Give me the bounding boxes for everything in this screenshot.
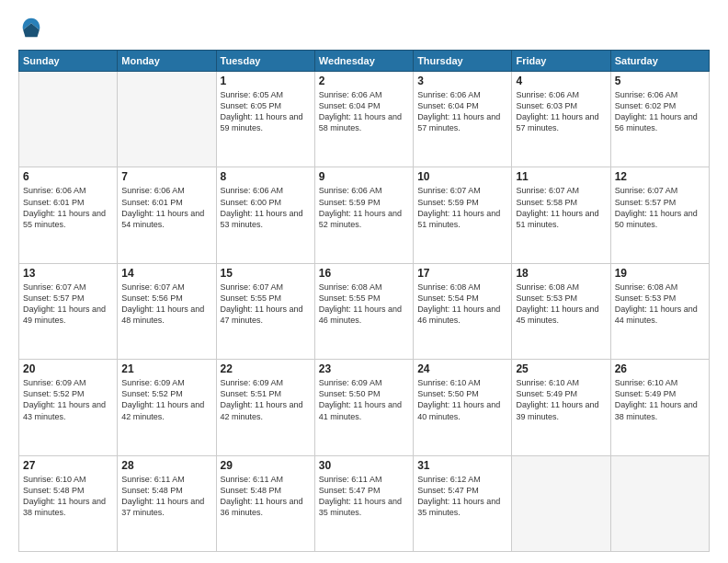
- day-number: 30: [319, 459, 409, 472]
- calendar-week-row: 27Sunrise: 6:10 AM Sunset: 5:48 PM Dayli…: [19, 455, 710, 551]
- calendar-cell: [610, 455, 709, 551]
- logo-icon: [18, 15, 44, 40]
- calendar-cell: 5Sunrise: 6:06 AM Sunset: 6:02 PM Daylig…: [610, 72, 709, 167]
- day-number: 15: [221, 267, 311, 280]
- cell-info: Sunrise: 6:07 AM Sunset: 5:58 PM Dayligh…: [516, 185, 606, 230]
- cell-info: Sunrise: 6:06 AM Sunset: 6:02 PM Dayligh…: [615, 89, 705, 134]
- calendar-cell: [19, 72, 118, 167]
- day-number: 10: [417, 170, 507, 183]
- calendar-body: 1Sunrise: 6:05 AM Sunset: 6:05 PM Daylig…: [19, 72, 710, 552]
- calendar-cell: 18Sunrise: 6:08 AM Sunset: 5:53 PM Dayli…: [512, 263, 610, 359]
- calendar-cell: 26Sunrise: 6:10 AM Sunset: 5:49 PM Dayli…: [610, 360, 709, 455]
- calendar-cell: [512, 455, 610, 551]
- calendar-cell: 15Sunrise: 6:07 AM Sunset: 5:55 PM Dayli…: [216, 263, 314, 359]
- calendar-cell: 17Sunrise: 6:08 AM Sunset: 5:54 PM Dayli…: [414, 263, 512, 359]
- cell-info: Sunrise: 6:09 AM Sunset: 5:52 PM Dayligh…: [121, 377, 211, 422]
- calendar-cell: 23Sunrise: 6:09 AM Sunset: 5:50 PM Dayli…: [314, 360, 413, 455]
- cell-info: Sunrise: 6:10 AM Sunset: 5:48 PM Dayligh…: [23, 474, 113, 519]
- calendar-cell: 6Sunrise: 6:06 AM Sunset: 6:01 PM Daylig…: [19, 167, 118, 263]
- calendar-week-row: 1Sunrise: 6:05 AM Sunset: 6:05 PM Daylig…: [19, 72, 710, 167]
- cell-info: Sunrise: 6:08 AM Sunset: 5:54 PM Dayligh…: [417, 282, 507, 327]
- cell-info: Sunrise: 6:06 AM Sunset: 5:59 PM Dayligh…: [319, 185, 409, 230]
- cell-info: Sunrise: 6:09 AM Sunset: 5:51 PM Dayligh…: [221, 377, 311, 422]
- day-number: 4: [516, 75, 606, 87]
- calendar-cell: 22Sunrise: 6:09 AM Sunset: 5:51 PM Dayli…: [216, 360, 314, 455]
- day-number: 20: [23, 362, 113, 375]
- cell-info: Sunrise: 6:07 AM Sunset: 5:59 PM Dayligh…: [417, 185, 507, 230]
- cell-info: Sunrise: 6:12 AM Sunset: 5:47 PM Dayligh…: [417, 474, 507, 519]
- page: SundayMondayTuesdayWednesdayThursdayFrid…: [0, 0, 728, 563]
- day-number: 3: [417, 75, 507, 87]
- calendar-cell: 8Sunrise: 6:06 AM Sunset: 6:00 PM Daylig…: [216, 167, 314, 263]
- cell-info: Sunrise: 6:09 AM Sunset: 5:52 PM Dayligh…: [23, 377, 113, 422]
- weekday-header-cell: Monday: [118, 51, 216, 72]
- calendar-week-row: 13Sunrise: 6:07 AM Sunset: 5:57 PM Dayli…: [19, 263, 710, 359]
- calendar-cell: 13Sunrise: 6:07 AM Sunset: 5:57 PM Dayli…: [19, 263, 118, 359]
- cell-info: Sunrise: 6:08 AM Sunset: 5:53 PM Dayligh…: [615, 282, 705, 327]
- cell-info: Sunrise: 6:07 AM Sunset: 5:55 PM Dayligh…: [221, 282, 311, 327]
- day-number: 13: [23, 267, 113, 280]
- calendar-cell: 19Sunrise: 6:08 AM Sunset: 5:53 PM Dayli…: [610, 263, 709, 359]
- calendar-week-row: 6Sunrise: 6:06 AM Sunset: 6:01 PM Daylig…: [19, 167, 710, 263]
- cell-info: Sunrise: 6:09 AM Sunset: 5:50 PM Dayligh…: [319, 377, 409, 422]
- calendar-cell: 4Sunrise: 6:06 AM Sunset: 6:03 PM Daylig…: [512, 72, 610, 167]
- day-number: 9: [319, 170, 409, 183]
- cell-info: Sunrise: 6:08 AM Sunset: 5:53 PM Dayligh…: [516, 282, 606, 327]
- day-number: 6: [23, 170, 113, 183]
- calendar-cell: 14Sunrise: 6:07 AM Sunset: 5:56 PM Dayli…: [118, 263, 216, 359]
- day-number: 16: [319, 267, 409, 280]
- cell-info: Sunrise: 6:06 AM Sunset: 6:04 PM Dayligh…: [319, 89, 409, 134]
- day-number: 22: [221, 362, 311, 375]
- calendar-cell: 29Sunrise: 6:11 AM Sunset: 5:48 PM Dayli…: [216, 455, 314, 551]
- day-number: 19: [615, 267, 705, 280]
- day-number: 12: [615, 170, 705, 183]
- cell-info: Sunrise: 6:06 AM Sunset: 6:04 PM Dayligh…: [417, 89, 507, 134]
- day-number: 21: [121, 362, 211, 375]
- calendar-cell: 2Sunrise: 6:06 AM Sunset: 6:04 PM Daylig…: [314, 72, 413, 167]
- cell-info: Sunrise: 6:06 AM Sunset: 6:00 PM Dayligh…: [221, 185, 311, 230]
- cell-info: Sunrise: 6:11 AM Sunset: 5:48 PM Dayligh…: [121, 474, 211, 519]
- cell-info: Sunrise: 6:06 AM Sunset: 6:03 PM Dayligh…: [516, 89, 606, 134]
- day-number: 11: [516, 170, 606, 183]
- calendar-cell: 12Sunrise: 6:07 AM Sunset: 5:57 PM Dayli…: [610, 167, 709, 263]
- weekday-header-cell: Sunday: [19, 51, 118, 72]
- calendar-week-row: 20Sunrise: 6:09 AM Sunset: 5:52 PM Dayli…: [19, 360, 710, 455]
- header: [18, 15, 710, 40]
- cell-info: Sunrise: 6:11 AM Sunset: 5:48 PM Dayligh…: [221, 474, 311, 519]
- calendar-cell: 7Sunrise: 6:06 AM Sunset: 6:01 PM Daylig…: [118, 167, 216, 263]
- cell-info: Sunrise: 6:08 AM Sunset: 5:55 PM Dayligh…: [319, 282, 409, 327]
- calendar-cell: 9Sunrise: 6:06 AM Sunset: 5:59 PM Daylig…: [314, 167, 413, 263]
- day-number: 14: [121, 267, 211, 280]
- weekday-header-cell: Friday: [512, 51, 610, 72]
- calendar-cell: 20Sunrise: 6:09 AM Sunset: 5:52 PM Dayli…: [19, 360, 118, 455]
- day-number: 17: [417, 267, 507, 280]
- day-number: 7: [121, 170, 211, 183]
- day-number: 29: [221, 459, 311, 472]
- cell-info: Sunrise: 6:07 AM Sunset: 5:57 PM Dayligh…: [615, 185, 705, 230]
- weekday-header-row: SundayMondayTuesdayWednesdayThursdayFrid…: [19, 51, 710, 72]
- day-number: 31: [417, 459, 507, 472]
- day-number: 23: [319, 362, 409, 375]
- calendar-cell: 24Sunrise: 6:10 AM Sunset: 5:50 PM Dayli…: [414, 360, 512, 455]
- weekday-header-cell: Saturday: [610, 51, 709, 72]
- day-number: 25: [516, 362, 606, 375]
- logo: [18, 15, 48, 40]
- calendar-cell: 25Sunrise: 6:10 AM Sunset: 5:49 PM Dayli…: [512, 360, 610, 455]
- day-number: 8: [221, 170, 311, 183]
- weekday-header-cell: Wednesday: [314, 51, 413, 72]
- calendar-table: SundayMondayTuesdayWednesdayThursdayFrid…: [18, 50, 710, 552]
- cell-info: Sunrise: 6:07 AM Sunset: 5:56 PM Dayligh…: [121, 282, 211, 327]
- calendar-cell: 11Sunrise: 6:07 AM Sunset: 5:58 PM Dayli…: [512, 167, 610, 263]
- calendar-cell: 27Sunrise: 6:10 AM Sunset: 5:48 PM Dayli…: [19, 455, 118, 551]
- cell-info: Sunrise: 6:10 AM Sunset: 5:49 PM Dayligh…: [516, 377, 606, 422]
- day-number: 28: [121, 459, 211, 472]
- day-number: 2: [319, 75, 409, 87]
- calendar-cell: 31Sunrise: 6:12 AM Sunset: 5:47 PM Dayli…: [414, 455, 512, 551]
- calendar-cell: 28Sunrise: 6:11 AM Sunset: 5:48 PM Dayli…: [118, 455, 216, 551]
- cell-info: Sunrise: 6:06 AM Sunset: 6:01 PM Dayligh…: [23, 185, 113, 230]
- day-number: 5: [615, 75, 705, 87]
- cell-info: Sunrise: 6:06 AM Sunset: 6:01 PM Dayligh…: [121, 185, 211, 230]
- weekday-header-cell: Tuesday: [216, 51, 314, 72]
- cell-info: Sunrise: 6:10 AM Sunset: 5:50 PM Dayligh…: [417, 377, 507, 422]
- calendar-cell: 1Sunrise: 6:05 AM Sunset: 6:05 PM Daylig…: [216, 72, 314, 167]
